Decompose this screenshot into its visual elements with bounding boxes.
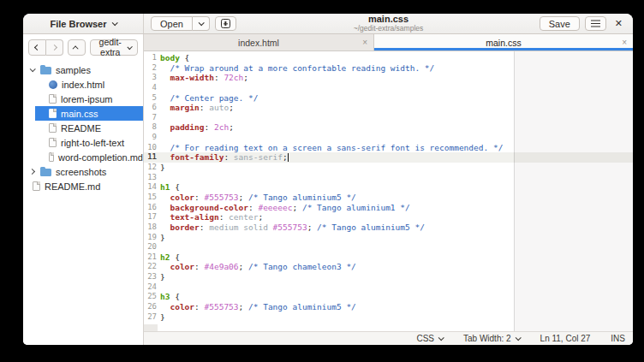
gedit-window: File Browser Open main.css ~/gedit-extra… [23, 14, 633, 345]
code-token: border [170, 223, 199, 232]
tree-item-samples[interactable]: samples [23, 62, 143, 77]
code-token: : [224, 152, 233, 162]
tab-main.css[interactable]: main.css× [374, 34, 633, 50]
chevron-left-icon [34, 44, 40, 50]
code-token: padding [170, 122, 204, 132]
forward-button[interactable] [46, 39, 63, 56]
code-line-22: 22 color: #4e9a06; /* Tango chameleon3 *… [144, 262, 633, 272]
code-line-1: 1body { [144, 53, 633, 63]
line-number: 20 [144, 242, 157, 252]
code-content: 1body {2 /* Wrap around at a more confor… [144, 51, 633, 331]
expander-glyph [29, 169, 35, 175]
tab-close-button[interactable]: × [362, 38, 367, 47]
line-number: 23 [144, 272, 157, 282]
text-view[interactable]: 1body {2 /* Wrap around at a more confor… [144, 51, 633, 331]
chevron-down-icon [438, 335, 444, 341]
code-line-5: 5 /* Center page. */ [144, 93, 633, 104]
code-token: : [219, 212, 229, 222]
hamburger-icon [591, 23, 600, 25]
chevron-down-icon[interactable] [28, 68, 36, 72]
line-number: 19 [144, 233, 157, 243]
code-line-15: 15 color: #555753; /* Tango aluminium5 *… [144, 193, 633, 203]
code-token: h2 [160, 252, 170, 262]
code-token: /* Tango aluminium5 */ [317, 223, 425, 232]
tree-item-main.css[interactable]: main.css [23, 106, 143, 121]
tree-item-screenshots[interactable]: screenshots [23, 164, 143, 179]
line-number: 17 [144, 212, 157, 223]
location-label: gedit-extra [97, 37, 123, 57]
code-token: /* Tango aluminium1 */ [302, 203, 410, 212]
line-number: 21 [144, 252, 157, 263]
code-token: : [194, 193, 204, 202]
line-number: 11 [144, 152, 157, 163]
tab-index.html[interactable]: index.html× [144, 34, 374, 50]
tree-item-README[interactable]: README [23, 121, 143, 135]
file-browser-toolbar: gedit-extra [23, 34, 143, 60]
scrollbar-corner [144, 324, 158, 331]
html-file-icon [49, 80, 57, 89]
line-number: 5 [144, 93, 157, 104]
code-token [160, 152, 170, 162]
code-line-2: 2 /* Wrap around at a more confortable r… [144, 63, 633, 74]
code-token [160, 302, 170, 312]
code-token: { [170, 182, 179, 192]
code-token: center [229, 212, 258, 222]
save-button[interactable]: Save [540, 16, 580, 31]
file-icon [33, 181, 40, 191]
code-token: : [200, 103, 209, 112]
line-number: 15 [144, 193, 157, 203]
tab-width-selector[interactable]: Tab Width: 2 [463, 334, 520, 343]
tree-item-lorem-ipsum[interactable]: lorem-ipsum [23, 92, 143, 106]
code-line-6: 6 margin: auto; [144, 103, 633, 113]
up-button[interactable] [68, 39, 86, 56]
code-line-25: 25h3 { [144, 292, 633, 302]
file-icon [49, 94, 57, 104]
code-line-24: 24 [144, 282, 633, 293]
line-number: 13 [144, 173, 157, 183]
language-label: CSS [416, 334, 434, 343]
code-token: } [160, 233, 165, 242]
tree-item-label: README [61, 123, 101, 134]
code-token: : [214, 73, 224, 82]
line-number: 22 [144, 262, 157, 272]
folder-icon [40, 67, 51, 74]
open-dropdown-button[interactable] [193, 16, 210, 31]
code-line-17: 17 text-align: center; [144, 212, 633, 223]
tree-item-label: main.css [61, 109, 98, 119]
tree-item-right-to-left-text[interactable]: right-to-left-text [23, 135, 143, 150]
tree-item-README.md[interactable]: README.md [23, 179, 143, 193]
close-window-button[interactable]: ✕ [611, 19, 626, 28]
line-number: 4 [144, 83, 157, 93]
new-tab-button[interactable] [215, 16, 236, 31]
menu-button[interactable] [585, 16, 606, 31]
code-token [160, 73, 170, 82]
line-number: 25 [144, 292, 157, 302]
line-number: 8 [144, 122, 157, 133]
code-token: ; [239, 193, 248, 202]
code-token [160, 223, 170, 232]
back-button[interactable] [28, 39, 46, 56]
tree-item-label: README.md [45, 181, 100, 192]
document-title: main.css [354, 15, 424, 25]
code-line-14: 14h1 { [144, 182, 633, 193]
code-token: ; [239, 262, 248, 271]
file-browser-menubutton[interactable]: File Browser [23, 14, 144, 33]
editor-area: index.html×main.css× 1body {2 /* Wrap ar… [144, 34, 633, 345]
open-button[interactable]: Open [151, 16, 193, 31]
line-number: 2 [144, 63, 157, 74]
chevron-down-icon [111, 20, 117, 26]
document-path: ~/gedit-extra/samples [354, 25, 424, 33]
code-line-23: 23} [144, 272, 633, 282]
tab-close-button[interactable]: × [622, 38, 627, 47]
line-number: 9 [144, 133, 157, 143]
code-token: #555753 [205, 302, 239, 312]
code-token: 72ch [224, 73, 243, 82]
code-token: : [194, 302, 204, 312]
chevron-right-icon[interactable] [28, 169, 36, 174]
tree-item-word-completion.md[interactable]: word-completion.md [23, 150, 143, 164]
chevron-up-icon [73, 45, 79, 51]
code-line-4: 4 [144, 83, 633, 93]
language-selector[interactable]: CSS [416, 334, 443, 343]
location-dropdown[interactable]: gedit-extra [90, 39, 138, 56]
tree-item-index.html[interactable]: index.html [23, 77, 143, 92]
